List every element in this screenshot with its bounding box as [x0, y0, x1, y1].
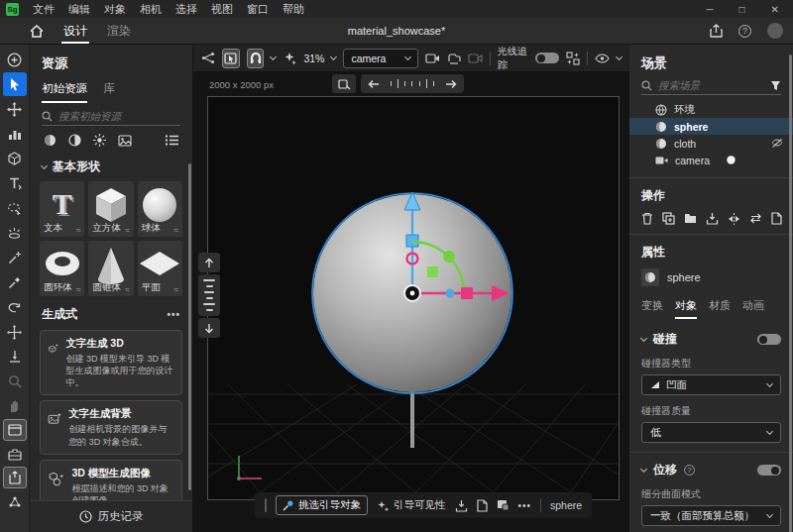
- move-tool-icon[interactable]: [3, 97, 27, 121]
- camera-disabled-icon[interactable]: [468, 53, 483, 64]
- minimize-button[interactable]: ─: [706, 4, 713, 15]
- eyedropper-tool-icon[interactable]: [3, 270, 27, 294]
- menu-camera[interactable]: 相机: [140, 2, 162, 17]
- close-button[interactable]: ✕: [771, 4, 779, 15]
- reframe-icon[interactable]: [332, 74, 356, 93]
- scene-search[interactable]: [641, 79, 781, 95]
- menu-object[interactable]: 对象: [104, 2, 126, 17]
- area-light-tool-icon[interactable]: [3, 221, 27, 245]
- drag-handle-icon[interactable]: ≈: [174, 226, 178, 235]
- history-button[interactable]: 历史记录: [30, 500, 192, 532]
- nudge-scale[interactable]: [198, 274, 220, 316]
- menu-window[interactable]: 窗口: [247, 2, 269, 17]
- select-mode-icon[interactable]: [222, 49, 240, 68]
- raytracing-toggle[interactable]: [535, 53, 559, 63]
- camera-select[interactable]: camera: [343, 49, 418, 68]
- active-camera-dot[interactable]: [727, 156, 736, 164]
- loop-tool-icon[interactable]: [3, 295, 27, 319]
- drop-to-floor-tool-icon[interactable]: [3, 345, 27, 369]
- drag-handle-icon[interactable]: ≈: [76, 285, 80, 294]
- shape-card-plane[interactable]: 平面 ≈: [138, 241, 182, 296]
- pick-guide-object-button[interactable]: 挑选引导对象: [276, 495, 368, 515]
- tab-render[interactable]: 渲染: [105, 18, 133, 44]
- frame-scrubber[interactable]: [387, 79, 438, 89]
- up-arrow-icon[interactable]: [198, 253, 220, 272]
- menu-edit[interactable]: 编辑: [68, 2, 90, 17]
- scene-item-environment[interactable]: 环境: [629, 101, 793, 118]
- shape-card-cube[interactable]: 立方体 ≈: [88, 181, 133, 237]
- help-icon[interactable]: ?: [684, 465, 695, 476]
- guide-layers-icon[interactable]: [497, 499, 510, 511]
- camera-add-icon[interactable]: [425, 53, 440, 64]
- shape-card-cone[interactable]: 圆锥体 ≈: [88, 241, 133, 296]
- more-options-icon[interactable]: •••: [518, 500, 532, 511]
- filter-models-icon[interactable]: [44, 134, 57, 147]
- sparkle-icon[interactable]: [283, 52, 296, 65]
- tab-object[interactable]: 对象: [675, 298, 697, 319]
- cube-tool-icon[interactable]: [3, 147, 27, 170]
- scene-item-cloth[interactable]: cloth: [629, 135, 793, 152]
- chevron-down-icon[interactable]: [640, 466, 647, 473]
- shape-card-text[interactable]: T 文本 ≈: [40, 181, 84, 237]
- prev-arrow-icon[interactable]: [361, 74, 387, 93]
- magic-wand-tool-icon[interactable]: [3, 246, 27, 269]
- displacement-toggle[interactable]: [757, 465, 781, 476]
- zoom-level[interactable]: 31%: [303, 53, 324, 64]
- align-tool-icon[interactable]: [3, 122, 27, 146]
- scene-item-camera[interactable]: camera: [629, 152, 793, 168]
- 3d-viewport[interactable]: [207, 96, 620, 500]
- tab-transform[interactable]: 变换: [641, 298, 663, 319]
- snap-magnet-icon[interactable]: [247, 49, 265, 68]
- scene-search-input[interactable]: [658, 79, 764, 91]
- pan-hand-tool-icon[interactable]: [3, 394, 27, 418]
- avatar[interactable]: [767, 23, 783, 39]
- frame-view-icon[interactable]: [3, 419, 27, 441]
- tab-starter-assets[interactable]: 初始资源: [42, 81, 87, 103]
- chevron-down-icon[interactable]: [330, 53, 337, 60]
- properties-scrollbar[interactable]: [789, 54, 792, 532]
- replace-file-icon[interactable]: [771, 212, 782, 225]
- camera-orbit-icon[interactable]: [447, 53, 461, 64]
- maximize-button[interactable]: □: [739, 4, 745, 15]
- delete-icon[interactable]: [641, 212, 653, 225]
- shape-card-torus[interactable]: 圆环体 ≈: [40, 241, 84, 296]
- export-icon[interactable]: [3, 467, 27, 488]
- guide-file-icon[interactable]: [477, 499, 488, 512]
- translate-tool-icon[interactable]: [3, 320, 27, 344]
- chevron-down-icon[interactable]: [640, 335, 647, 342]
- swap-icon[interactable]: [749, 213, 762, 224]
- collider-type-select[interactable]: 凹面: [641, 374, 781, 395]
- assets-search-input[interactable]: [58, 110, 180, 122]
- chevron-down-icon[interactable]: [270, 53, 277, 60]
- list-view-icon[interactable]: [166, 135, 178, 146]
- select-tool-icon[interactable]: [3, 72, 27, 96]
- assets-search[interactable]: [42, 110, 180, 126]
- menu-select[interactable]: 选择: [175, 2, 197, 17]
- gen-card-text-to-3d[interactable]: 文字生成 3D 创建 3D 模型来引导 3D 模型生成图像或用于您的设计中。: [40, 330, 182, 395]
- tab-design[interactable]: 设计: [61, 18, 89, 44]
- collision-toggle[interactable]: [757, 334, 781, 345]
- lasso-select-tool-icon[interactable]: [3, 196, 27, 220]
- add-tool-icon[interactable]: [3, 48, 27, 71]
- next-arrow-icon[interactable]: [438, 74, 464, 93]
- denoise-icon[interactable]: [566, 52, 580, 65]
- group-folder-icon[interactable]: [684, 213, 697, 224]
- toolbox-icon[interactable]: [3, 442, 27, 466]
- guide-visibility-button[interactable]: 引导可见性: [377, 498, 446, 512]
- drag-handle[interactable]: [265, 498, 267, 512]
- scene-item-sphere[interactable]: sphere: [629, 118, 793, 135]
- filter-lights-icon[interactable]: [93, 134, 106, 147]
- drag-handle-icon[interactable]: ≈: [76, 226, 80, 235]
- chevron-down-icon[interactable]: [616, 53, 623, 60]
- drag-handle-icon[interactable]: ≈: [174, 285, 178, 294]
- node-link-icon[interactable]: [3, 489, 27, 513]
- chevron-down-icon[interactable]: [41, 162, 48, 169]
- import-guide-icon[interactable]: [455, 499, 468, 512]
- tab-material[interactable]: 材质: [709, 298, 731, 319]
- menu-file[interactable]: 文件: [33, 2, 55, 17]
- text-transform-tool-icon[interactable]: [3, 171, 27, 195]
- node-graph-icon[interactable]: [201, 52, 215, 64]
- menu-help[interactable]: 帮助: [283, 2, 304, 17]
- filter-images-icon[interactable]: [118, 135, 132, 147]
- gen-card-text-to-background[interactable]: 文字生成背景 创建相机背景的图像并与您的 3D 对象合成。: [40, 400, 182, 454]
